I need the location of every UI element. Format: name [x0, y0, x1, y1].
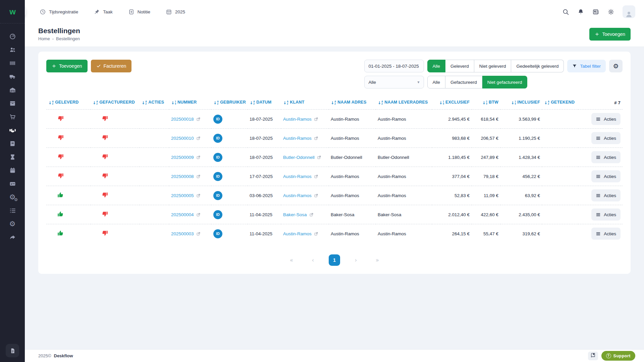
- order-number-link[interactable]: 202500005: [171, 193, 201, 198]
- delivery-filter-geleverd[interactable]: Geleverd: [445, 60, 474, 72]
- column-header-gebruiker[interactable]: ↓AZGEBRUIKER: [211, 97, 248, 110]
- breadcrumb-current: Bestellingen: [56, 36, 80, 41]
- column-header-exclusief[interactable]: ↓19EXCLUSIEF: [432, 97, 472, 110]
- order-number-link[interactable]: 202500008: [171, 174, 201, 179]
- sidebar-item-relations[interactable]: [5, 43, 20, 56]
- sidebar-item-settings[interactable]: ⚙: [5, 217, 20, 231]
- plus-icon: [52, 64, 56, 68]
- customer-link[interactable]: Austin-Ramos: [283, 136, 318, 141]
- order-number-link[interactable]: 202500003: [171, 231, 201, 236]
- amount-excl: 983,68 €: [432, 129, 472, 148]
- sidebar-item-stock[interactable]: [5, 97, 20, 110]
- column-header-datum[interactable]: ↓AZDATUM: [248, 97, 281, 110]
- status-select[interactable]: Alle ▾: [364, 76, 424, 88]
- column-header-geleverd[interactable]: ↓AZGELEVERD: [46, 97, 91, 110]
- brand-link[interactable]: Deskflow: [54, 353, 73, 358]
- table-filter-button[interactable]: Tabel filter: [567, 60, 606, 72]
- row-actions-label: Acties: [604, 136, 616, 141]
- column-header-btw[interactable]: ↓19BTW: [472, 97, 500, 110]
- column-header-getekend[interactable]: ↓AZGETEKEND: [542, 97, 578, 110]
- column-header-gefactureerd[interactable]: ↓AZGEFACTUREERD: [91, 97, 140, 110]
- pagination-prev[interactable]: ‹: [307, 254, 319, 266]
- topnav-tijdsregistratie[interactable]: Tijdsregistratie: [40, 9, 78, 15]
- user-id-badge[interactable]: ID: [213, 172, 222, 181]
- order-number-link[interactable]: 202500004: [171, 212, 201, 217]
- row-actions-button[interactable]: Acties: [591, 132, 621, 144]
- sidebar-item-catalog[interactable]: [5, 137, 20, 150]
- invoice-filter-gefactureerd[interactable]: Gefactureerd: [445, 76, 482, 88]
- row-actions-button[interactable]: Acties: [591, 189, 621, 201]
- topnav-taak[interactable]: Taak: [94, 9, 113, 15]
- sidebar-item-cards[interactable]: [5, 177, 20, 190]
- sidebar-item-planning[interactable]: [5, 164, 20, 177]
- breadcrumb-home[interactable]: Home: [38, 36, 50, 41]
- row-actions-button[interactable]: Acties: [591, 208, 621, 221]
- search-button[interactable]: [562, 8, 569, 15]
- row-actions-button[interactable]: Acties: [591, 228, 621, 240]
- topnav-notitie[interactable]: Notitie: [128, 9, 150, 15]
- customer-link[interactable]: Austin-Ramos: [283, 193, 318, 198]
- invoice-filter-niet-gefactureerd[interactable]: Niet gefactureerd: [482, 76, 528, 88]
- delivery-filter-niet-geleverd[interactable]: Niet geleverd: [474, 60, 512, 72]
- user-id-badge[interactable]: ID: [213, 191, 222, 200]
- add-order-button[interactable]: Toevoegen: [46, 60, 88, 72]
- calendar-icon: [9, 167, 16, 174]
- column-header-naam-leveradres[interactable]: ↓AZNAAM LEVERADRES: [376, 97, 432, 110]
- customer-link[interactable]: Austin-Ramos: [283, 231, 318, 236]
- column-header-acties[interactable]: ↓AZACTIES: [140, 97, 169, 110]
- order-number-link[interactable]: 202500010: [171, 136, 201, 141]
- sidebar-item-warehouse[interactable]: [5, 83, 20, 97]
- order-number-link[interactable]: 202500018: [171, 117, 201, 122]
- sidebar-item-dashboard[interactable]: [5, 29, 20, 43]
- table-row: 202500004ID11-04-2025Baker-SosaBaker-Sos…: [46, 205, 623, 224]
- sidebar-item-hours[interactable]: [5, 150, 20, 164]
- sidebar-item-purchases[interactable]: [5, 110, 20, 123]
- row-actions-button[interactable]: Acties: [591, 170, 621, 182]
- user-id-badge[interactable]: ID: [213, 210, 222, 219]
- column-header-klant[interactable]: ↓AZKLANT: [281, 97, 329, 110]
- avatar[interactable]: [623, 5, 635, 18]
- customer-link[interactable]: Austin-Ramos: [283, 174, 318, 179]
- sidebar-item-export[interactable]: [5, 231, 20, 244]
- amount-vat: 422,60 €: [472, 205, 500, 224]
- amount-incl: 1.428,34 €: [500, 148, 542, 167]
- app-logo[interactable]: w: [0, 0, 25, 23]
- sidebar-item-products[interactable]: [5, 56, 20, 70]
- sidebar-item-orders[interactable]: [5, 123, 20, 137]
- support-button[interactable]: ?Support: [601, 351, 635, 361]
- pagination-last[interactable]: »: [372, 254, 383, 266]
- customer-link[interactable]: Austin-Ramos: [283, 117, 318, 122]
- pagination-first[interactable]: «: [286, 254, 297, 266]
- customer-link[interactable]: Baker-Sosa: [283, 212, 314, 217]
- topnav-jaar[interactable]: 2025: [166, 9, 185, 15]
- sidebar-item-delivery[interactable]: [5, 70, 20, 83]
- column-header-nummer[interactable]: ↓19NUMMER: [169, 97, 211, 110]
- sidebar-item-lists[interactable]: [5, 204, 20, 217]
- row-actions-button[interactable]: Acties: [591, 151, 621, 163]
- invoice-button[interactable]: Factureren: [91, 60, 132, 72]
- column-header-naam-adres[interactable]: ↓AZNAAM ADRES: [329, 97, 376, 110]
- user-id-badge[interactable]: ID: [213, 153, 222, 162]
- customer-link[interactable]: Butler-Odonnell: [283, 155, 321, 160]
- user-id-badge[interactable]: ID: [213, 229, 222, 238]
- newspaper-button[interactable]: [592, 8, 599, 15]
- order-number-link[interactable]: 202500009: [171, 155, 201, 160]
- delivery-filter-alle[interactable]: Alle: [427, 60, 446, 72]
- row-actions-button[interactable]: Acties: [591, 113, 621, 125]
- pagination-next[interactable]: ›: [350, 254, 362, 266]
- bell-button[interactable]: [577, 8, 584, 15]
- address-name: Baker-Sosa: [329, 205, 376, 224]
- delivery-filter-gedeeltelijk-geleverd[interactable]: Gedeeltelijk geleverd: [511, 60, 564, 72]
- table-settings-button[interactable]: ⚙: [609, 60, 623, 72]
- user-id-badge[interactable]: ID: [213, 115, 222, 124]
- column-header-inclusief[interactable]: ↓19INCLUSIEF: [500, 97, 542, 110]
- pagination-page-1[interactable]: 1: [329, 254, 340, 266]
- user-id-badge[interactable]: ID: [213, 134, 222, 143]
- sun-button[interactable]: [607, 8, 614, 15]
- add-order-header-button[interactable]: Toevoegen: [589, 28, 631, 41]
- sidebar-item-modules[interactable]: ⚙⚙: [5, 190, 20, 204]
- invoice-filter-alle[interactable]: Alle: [427, 76, 446, 88]
- docs-button[interactable]: [588, 352, 598, 360]
- date-range-input[interactable]: [364, 60, 424, 72]
- sidebar-document-button[interactable]: [6, 344, 19, 357]
